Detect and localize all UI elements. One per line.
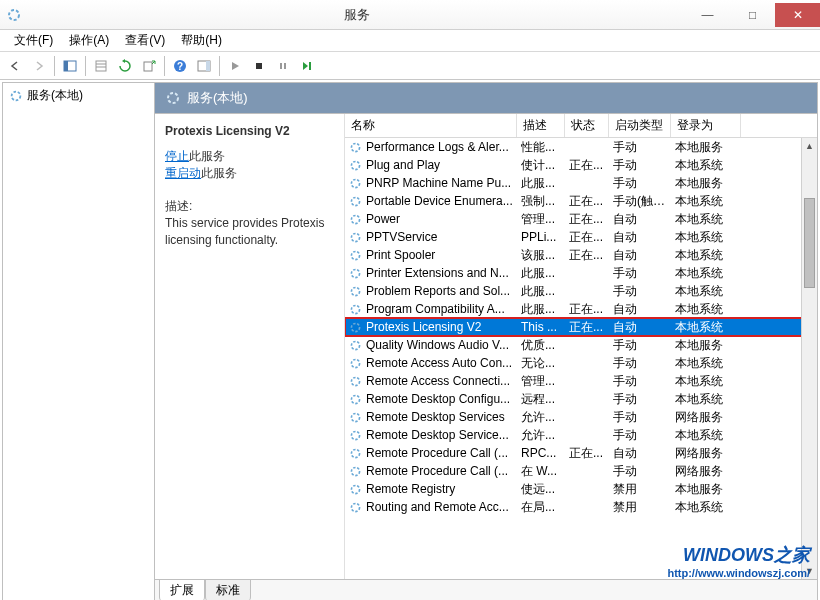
back-button[interactable] (4, 55, 26, 77)
vertical-scrollbar[interactable]: ▲ ▼ (801, 138, 817, 579)
stop-suffix: 此服务 (189, 149, 225, 163)
selected-service-name: Protexis Licensing V2 (165, 124, 336, 138)
service-row[interactable]: Remote Desktop Service...允许...手动本地系统 (345, 426, 817, 444)
help-button[interactable]: ? (169, 55, 191, 77)
menu-help[interactable]: 帮助(H) (173, 30, 230, 51)
svg-point-36 (351, 485, 359, 493)
service-icon (349, 249, 362, 262)
show-hide-tree-button[interactable] (59, 55, 81, 77)
cell-startup: 自动 (613, 445, 675, 462)
toolbar-separator (85, 56, 86, 76)
service-icon (349, 303, 362, 316)
stop-service-button[interactable] (248, 55, 270, 77)
svg-text:?: ? (177, 61, 183, 72)
cell-logon: 本地服务 (675, 337, 745, 354)
cell-logon: 本地系统 (675, 319, 745, 336)
tab-extended[interactable]: 扩展 (159, 579, 205, 600)
service-row[interactable]: Quality Windows Audio V...优质...手动本地服务 (345, 336, 817, 354)
column-logon[interactable]: 登录为 (671, 114, 741, 137)
menu-file[interactable]: 文件(F) (6, 30, 61, 51)
cell-startup: 自动 (613, 229, 675, 246)
service-icon (349, 213, 362, 226)
restart-suffix: 此服务 (201, 166, 237, 180)
service-row[interactable]: Remote Desktop Services允许...手动网络服务 (345, 408, 817, 426)
service-row[interactable]: Power管理...正在...自动本地系统 (345, 210, 817, 228)
menu-action[interactable]: 操作(A) (61, 30, 117, 51)
service-icon (349, 483, 362, 496)
main-header-title: 服务(本地) (187, 89, 248, 107)
column-status[interactable]: 状态 (565, 114, 609, 137)
maximize-button[interactable]: □ (730, 3, 775, 27)
service-actions: 停止此服务 重启动此服务 (165, 148, 336, 182)
service-row[interactable]: Portable Device Enumera...强制...正在...手动(触… (345, 192, 817, 210)
svg-rect-10 (206, 61, 210, 71)
list-rows[interactable]: Performance Logs & Aler...性能...手动本地服务Plu… (345, 138, 817, 579)
column-desc[interactable]: 描述 (517, 114, 565, 137)
svg-point-23 (351, 251, 359, 259)
service-row[interactable]: Print Spooler该服...正在...自动本地系统 (345, 246, 817, 264)
service-row[interactable]: Remote Procedure Call (...在 W...手动网络服务 (345, 462, 817, 480)
scroll-thumb[interactable] (804, 198, 815, 288)
svg-point-0 (9, 10, 19, 20)
refresh-button[interactable] (114, 55, 136, 77)
properties-button[interactable] (90, 55, 112, 77)
titlebar: 服务 — □ ✕ (0, 0, 820, 30)
start-service-button[interactable] (224, 55, 246, 77)
service-row[interactable]: Plug and Play使计...正在...手动本地系统 (345, 156, 817, 174)
cell-logon: 本地系统 (675, 427, 745, 444)
cell-desc: 允许... (521, 409, 569, 426)
service-row[interactable]: Remote Access Connecti...管理...手动本地系统 (345, 372, 817, 390)
service-icon (349, 285, 362, 298)
window-title: 服务 (28, 6, 685, 24)
cell-name: Remote Desktop Service... (366, 428, 521, 442)
scroll-down-icon[interactable]: ▼ (802, 563, 817, 579)
stop-link[interactable]: 停止 (165, 149, 189, 163)
service-row[interactable]: Printer Extensions and N...此服...手动本地系统 (345, 264, 817, 282)
cell-startup: 手动 (613, 283, 675, 300)
service-row[interactable]: Remote Procedure Call (...RPC...正在...自动网… (345, 444, 817, 462)
column-startup[interactable]: 启动类型 (609, 114, 671, 137)
service-row[interactable]: Performance Logs & Aler...性能...手动本地服务 (345, 138, 817, 156)
column-name[interactable]: 名称 (345, 114, 517, 137)
cell-status: 正在... (569, 301, 613, 318)
cell-status: 正在... (569, 211, 613, 228)
service-row[interactable]: Program Compatibility A...此服...正在...自动本地… (345, 300, 817, 318)
close-button[interactable]: ✕ (775, 3, 820, 27)
tab-standard[interactable]: 标准 (205, 579, 251, 600)
pause-service-button[interactable] (272, 55, 294, 77)
bottom-tabs: 扩展 标准 (155, 579, 817, 600)
cell-desc: 无论... (521, 355, 569, 372)
service-row[interactable]: Protexis Licensing V2This ...正在...自动本地系统 (345, 318, 817, 336)
restart-service-button[interactable] (296, 55, 318, 77)
services-icon (165, 90, 181, 106)
service-icon (349, 159, 362, 172)
action-pane-button[interactable] (193, 55, 215, 77)
minimize-button[interactable]: — (685, 3, 730, 27)
svg-point-22 (351, 233, 359, 241)
service-row[interactable]: Routing and Remote Acc...在局...禁用本地系统 (345, 498, 817, 516)
service-row[interactable]: Remote Desktop Configu...远程...手动本地系统 (345, 390, 817, 408)
cell-name: Remote Procedure Call (... (366, 446, 521, 460)
cell-desc: 此服... (521, 301, 569, 318)
cell-logon: 网络服务 (675, 445, 745, 462)
cell-desc: 此服... (521, 283, 569, 300)
forward-button[interactable] (28, 55, 50, 77)
main-pane: 服务(本地) Protexis Licensing V2 停止此服务 重启动此服… (155, 83, 817, 600)
tree-root-services[interactable]: 服务(本地) (3, 83, 154, 108)
cell-startup: 自动 (613, 301, 675, 318)
cell-desc: 优质... (521, 337, 569, 354)
service-row[interactable]: PPTVServicePPLi...正在...自动本地系统 (345, 228, 817, 246)
service-row[interactable]: Problem Reports and Sol...此服...手动本地系统 (345, 282, 817, 300)
service-row[interactable]: Remote Access Auto Con...无论...手动本地系统 (345, 354, 817, 372)
service-row[interactable]: Remote Registry使远...禁用本地服务 (345, 480, 817, 498)
restart-link[interactable]: 重启动 (165, 166, 201, 180)
svg-point-35 (351, 467, 359, 475)
menu-view[interactable]: 查看(V) (117, 30, 173, 51)
cell-desc: 此服... (521, 175, 569, 192)
export-button[interactable] (138, 55, 160, 77)
service-row[interactable]: PNRP Machine Name Pu...此服...手动本地服务 (345, 174, 817, 192)
cell-name: Remote Access Auto Con... (366, 356, 521, 370)
scroll-up-icon[interactable]: ▲ (802, 138, 817, 154)
cell-logon: 本地系统 (675, 211, 745, 228)
toolbar-separator (164, 56, 165, 76)
